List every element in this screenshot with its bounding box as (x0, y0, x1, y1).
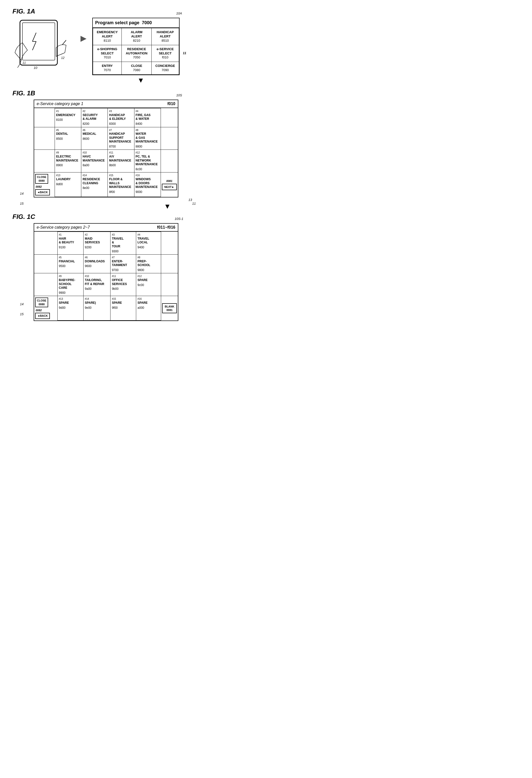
eservice-grid-1b: #1EMERGENCY8100 #2SECURITY& ALARM8200 #3… (34, 108, 178, 197)
close-back-area: CLOSE0080 0082 ◄BACK (34, 172, 55, 197)
fig1b-section: FIG. 1B 10S e-Service category page 1 f0… (12, 89, 199, 211)
back-code-label: 0082 (36, 185, 41, 188)
empty-cell (34, 232, 57, 255)
empty-cell (34, 108, 55, 127)
empty-cell-right (161, 232, 178, 255)
cell-pc-tel-network[interactable]: #12PC, TEL &NETWORKMAINTENANCE8c00 (134, 150, 161, 172)
fig1c-section: FIG. 1C 10S-1 e-Service category pages 2… (12, 213, 199, 321)
ref-11-1b: 11 (192, 202, 196, 206)
ref-10s-1: 10S-1 (175, 217, 183, 221)
cell-security-alarm[interactable]: #2SECURITY& ALARM8200 (81, 108, 108, 127)
empty-cell (34, 127, 55, 150)
cell-water-gas-maint[interactable]: #8WATER& GASMAINTENANCE8800 (134, 127, 161, 150)
fig1a-section: FIG. 1A (12, 7, 199, 84)
cell-handicap-alert[interactable]: HANDICAPALERT8510 (151, 28, 179, 45)
svg-line-4 (32, 42, 36, 50)
table-row: #9ELECTRICMAINTENANCE8900 #10HAVCMAINTEN… (34, 150, 178, 172)
cell-spare-12[interactable]: #12SPARE9c00 (136, 273, 161, 296)
cell-spare-13[interactable]: #13SPARE9d00 (57, 296, 83, 320)
fig1b-wrapper: 10S e-Service category page 1 f010 #1EME… (34, 99, 178, 211)
ref-13-1b: 13 (189, 198, 192, 202)
cell-baby-preschool[interactable]: #9BABY/PRE-SCHOOLCARE9900 (57, 273, 83, 296)
svg-line-2 (32, 33, 36, 42)
cell-medical[interactable]: #6MEDICAL8600 (81, 127, 108, 150)
back-button-1c[interactable]: ◄BACK (35, 313, 50, 319)
next-button[interactable]: NEXT► (162, 184, 177, 190)
fig1b-label: FIG. 1B (12, 89, 199, 97)
table-row: #1HAIR& BEAUTY9100 #2MAIDSERVICES9200 #3… (34, 232, 178, 255)
empty-cell (34, 273, 57, 296)
table-row: ENTRY7070 CLOSE7080 CONCIERGE7090 (93, 62, 179, 75)
eservice-grid-1c: #1HAIR& BEAUTY9100 #2MAIDSERVICES9200 #3… (34, 232, 178, 320)
cell-office-services[interactable]: #11OFFICESERVICES9b00 (110, 273, 136, 296)
table-row: #9BABY/PRE-SCHOOLCARE9900 #10TAILORING,F… (34, 273, 178, 296)
cell-prep-school[interactable]: #8PREP-SCHOOL9800 (136, 255, 161, 273)
close-button-1c[interactable]: CLOSE0080 (35, 298, 48, 307)
device-svg: 10 11 12 (12, 18, 77, 73)
cell-spare-14[interactable]: #14SPARE)9e00 (84, 296, 110, 320)
cell-havc-maint[interactable]: #10HAVCMAINTENANCE8a00 (81, 150, 108, 172)
empty-cell-right (161, 108, 178, 127)
cell-entertainment[interactable]: #7ENTER-TAINMENT9700 (110, 255, 136, 273)
cell-electric-maint[interactable]: #9ELECTRICMAINTENANCE8900 (55, 150, 81, 172)
svg-line-5 (62, 40, 66, 45)
cell-residence-cleaning[interactable]: #14RESIDENCECLEANING8e00 (81, 172, 108, 197)
cell-handicap-support[interactable]: #7HANDICAPSUPPORTMAINTENANCE8700 (108, 127, 134, 150)
cell-maid-services[interactable]: #2MAIDSERVICES9200 (84, 232, 110, 255)
program-select-title: Program select page 7000 (93, 18, 179, 28)
svg-text:11: 11 (22, 61, 26, 65)
blank-area: BLANK0081 (161, 296, 178, 320)
program-select-table: 10A Program select page 7000 EMERGENCYAL… (92, 18, 180, 84)
cell-spare-16[interactable]: #16SPAREa000 (136, 296, 161, 320)
program-select-grid: EMERGENCYALERT8110 ALARMALERT8210 HANDIC… (93, 28, 179, 75)
ref-15-1b: 15 (20, 202, 23, 206)
empty-cell (34, 255, 57, 273)
cell-emergency[interactable]: #1EMERGENCY8100 (55, 108, 81, 127)
cell-eservice-select[interactable]: e-SERVICESELECTf010 11 (151, 45, 179, 62)
ref-10a: 10A (176, 11, 182, 15)
table-row: CLOSE0080 0082 ◄BACK #13LAUNDRY8d00 #14R… (34, 172, 178, 197)
cell-windows-doors[interactable]: #16WINDOWS& DOORSMAINTENANCE9000 (134, 172, 161, 197)
cell-av-maint[interactable]: #11A/VMAINTENANCE8b00 (108, 150, 134, 172)
cell-laundry[interactable]: #13LAUNDRY8d00 (55, 172, 81, 197)
cell-fire-gas-water[interactable]: #4FIRE, GAS& WATER8400 (134, 108, 161, 127)
cell-dental[interactable]: #5DENTAL8500 (55, 127, 81, 150)
ref-14-1c: 14 (20, 302, 23, 306)
fig1c-label: FIG. 1C (12, 213, 199, 221)
cell-handicap-elderly[interactable]: #3HANDICAP& ELDERLY8300 (108, 108, 134, 127)
table-row: #5DENTAL8500 #6MEDICAL8600 #7HANDICAPSUP… (34, 127, 178, 150)
arrow-right: ► (79, 33, 89, 44)
table-row: EMERGENCYALERT8110 ALARMALERT8210 HANDIC… (93, 28, 179, 45)
cell-downloads[interactable]: #6DOWNLOADS9600 (84, 255, 110, 273)
cell-travel-local[interactable]: #4TRAVELLOCAL9400 (136, 232, 161, 255)
cell-entry[interactable]: ENTRY7070 (93, 62, 122, 75)
arrow-down-1b: ▼ (34, 203, 171, 211)
cell-emergency-alert[interactable]: EMERGENCYALERT8110 (93, 28, 122, 45)
cell-residence-auto[interactable]: RESIDENCEAUTOMATION7050 (122, 45, 152, 62)
program-select-box: Program select page 7000 EMERGENCYALERT8… (92, 18, 180, 75)
fig1c-wrapper: 10S-1 e-Service category pages 2~7 f011~… (34, 223, 178, 321)
next-area: 0081 NEXT► (161, 172, 178, 197)
cell-floor-walls[interactable]: #15FLOOR &WALLSMAINTENANCE8f00 (108, 172, 134, 197)
fig1a-label: FIG. 1A (12, 7, 199, 15)
table-row: #5FINANCIAL9500 #6DOWNLOADS9600 #7ENTER-… (34, 255, 178, 273)
arrow-down-1a: ▼ (97, 76, 185, 84)
table-row: CLOSE0080 0082 ◄BACK #13SPARE9d00 #14SPA… (34, 296, 178, 320)
blank-button[interactable]: BLANK0081 (162, 303, 177, 313)
back-button[interactable]: ◄BACK (35, 189, 50, 195)
svg-text:12: 12 (61, 56, 65, 60)
svg-rect-1 (22, 23, 55, 60)
svg-rect-0 (20, 20, 57, 65)
cell-hair-beauty[interactable]: #1HAIR& BEAUTY9100 (57, 232, 83, 255)
cell-close[interactable]: CLOSE7080 (122, 62, 152, 75)
cell-concierge[interactable]: CONCIERGE7090 (151, 62, 179, 75)
cell-eshopping[interactable]: e-SHOPPINGSELECT7010 (93, 45, 122, 62)
close-button[interactable]: CLOSE0080 (35, 174, 48, 184)
cell-alarm-alert[interactable]: ALARMALERT8210 (122, 28, 152, 45)
cell-spare-15[interactable]: #15SPARE9f00 (110, 296, 136, 320)
cell-tailoring[interactable]: #10TAILORING,FIT & REPAIR9a00 (84, 273, 110, 296)
cell-financial[interactable]: #5FINANCIAL9500 (57, 255, 83, 273)
table-row: e-SHOPPINGSELECT7010 RESIDENCEAUTOMATION… (93, 45, 179, 62)
cell-travel-tour[interactable]: #3TRAVEL&TOUR9300 (110, 232, 136, 255)
empty-cell-right (161, 127, 178, 150)
